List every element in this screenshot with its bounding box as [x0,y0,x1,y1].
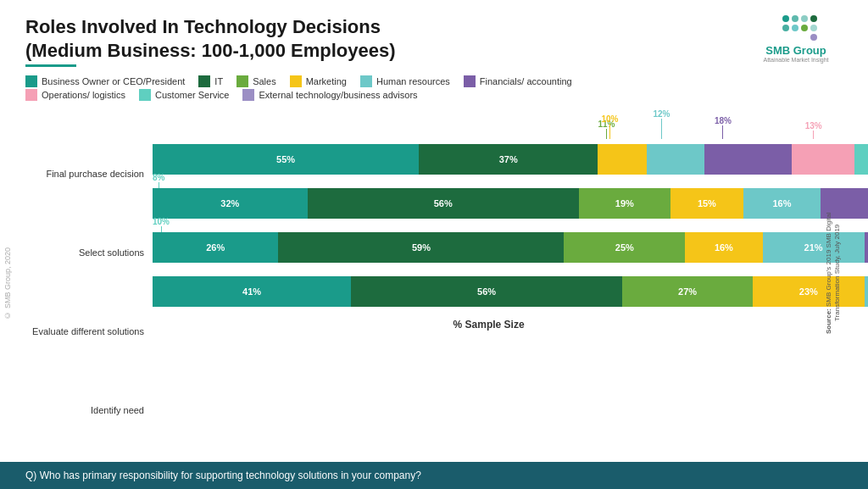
copyright-text: © SMB Group, 2020 [3,247,12,320]
annotations-area: 11% 10% 12% 18% [153,101,825,139]
segment-0-4 [704,144,792,175]
segment-0-6 [854,144,868,175]
logo-dot [782,15,789,22]
legend-item-4: Human resources [360,75,450,87]
y-label-2: Evaluate different solutions [17,326,144,337]
legend-label-1: IT [214,76,223,86]
segment-0-0: 55% [153,144,419,175]
segment-2-3: 16% [685,232,762,263]
bar-row-0: 55% 37% 3% [153,139,825,180]
logo-dot [792,25,798,31]
bar-row-1: 8% 32% 56% 19% 15% 16% 26% 23% 6% [153,183,825,224]
legend-item-3: Marketing [290,75,347,87]
legend-label-3: Marketing [306,76,347,86]
logo-tagline: Attainable Market Insight [763,57,828,63]
footer-text: Q) Who has primary responsibility for su… [25,470,421,481]
legend-item-5: Financials/ accounting [464,75,572,87]
segment-1-1: 56% [308,188,579,219]
logo-dot [792,15,798,22]
chart-title: Roles Involved In Technology Decisions (… [25,15,396,62]
footer-bar: Q) Who has primary responsibility for su… [0,462,868,489]
segment-1-0: 32% [153,188,308,219]
annotation-18: 18% [715,116,732,139]
legend-color-6 [25,89,37,101]
legend-color-2 [236,75,248,87]
y-label-3: Identify need [17,405,144,416]
title-block: Roles Involved In Technology Decisions (… [25,15,396,67]
main-container: Roles Involved In Technology Decisions (… [0,0,868,489]
legend-color-0 [25,75,37,87]
legend-area: Business Owner or CEO/President IT Sales… [0,72,868,89]
segment-3-1: 56% [351,276,622,307]
legend-item-8: External technology/business advisors [242,89,417,101]
bar-row-2: 10% 26% 59% 25% 16% 21% 25% 26% 12% [153,227,825,268]
logo-dot [810,25,817,31]
segment-3-2: 27% [622,276,753,307]
segment-3-4: 29% [865,276,869,307]
annotation-12: 12% [653,109,670,139]
legend-item-1: IT [198,75,223,87]
chart-area: 11% 10% 12% 18% [153,101,825,462]
legend-label-8: External technology/business advisors [259,90,417,100]
legend-color-8 [242,89,254,101]
segment-0-1: 37% [419,144,598,175]
legend-item-0: Business Owner or CEO/President [25,75,185,87]
segment-0-5 [792,144,854,175]
legend-area-2: Operations/ logistics Customer Service E… [0,89,868,101]
segment-1-2: 19% [579,188,671,219]
legend-color-5 [464,75,476,87]
bar-row-3: 41% 56% 27% 23% 29% 31% 34% 20% 13% [153,271,825,312]
annotation-13: 13% [805,121,822,139]
source-text: Source: SMB Group's 2019 SMB DigitalTran… [825,101,843,462]
legend-label-0: Business Owner or CEO/President [42,76,185,86]
legend-color-1 [198,75,210,87]
segment-2-2: 25% [564,232,685,263]
title-underline [25,64,76,67]
legend-item-7: Customer Service [139,89,229,101]
legend-label-6: Operations/ logistics [42,90,125,100]
segment-2-5: 25% [865,232,869,263]
logo-dot [782,25,789,31]
annotation-8: 8% [153,173,164,189]
segment-0-2 [598,144,646,175]
segment-2-1: 59% [278,232,564,263]
segment-3-3: 23% [753,276,864,307]
legend-item-2: Sales [236,75,276,87]
logo-area: SMB Group Attainable Market Insight [749,15,843,63]
y-label-0: Final purchase decision [17,169,144,180]
y-label-1: Select solutions [17,247,144,258]
legend-item-6: Operations/ logistics [25,89,125,101]
legend-color-3 [290,75,302,87]
legend-color-7 [139,89,151,101]
x-axis-label: % Sample Size [153,319,825,334]
segment-2-4: 21% [763,232,865,263]
logo-dots [775,15,817,41]
segment-3-0: 41% [153,276,351,307]
annotation-10-row2: 10% [153,217,170,233]
logo-dot [810,15,817,22]
legend-label-4: Human resources [376,76,450,86]
legend-label-2: Sales [253,76,276,86]
legend-color-4 [360,75,372,87]
legend-label-7: Customer Service [155,90,229,100]
annotation-10: 10% [601,114,618,139]
logo-dot [801,25,808,31]
segment-1-3: 15% [670,188,743,219]
logo-dot [801,15,808,22]
logo-name: SMB Group [765,44,826,57]
header-area: Roles Involved In Technology Decisions (… [0,0,868,72]
segment-0-3 [647,144,705,175]
segment-2-0: 26% [153,232,278,263]
legend-label-5: Financials/ accounting [480,76,572,86]
segment-1-4: 16% [743,188,821,219]
y-axis-labels: Final purchase decision Select solutions… [17,101,153,462]
logo-dot [810,34,817,41]
